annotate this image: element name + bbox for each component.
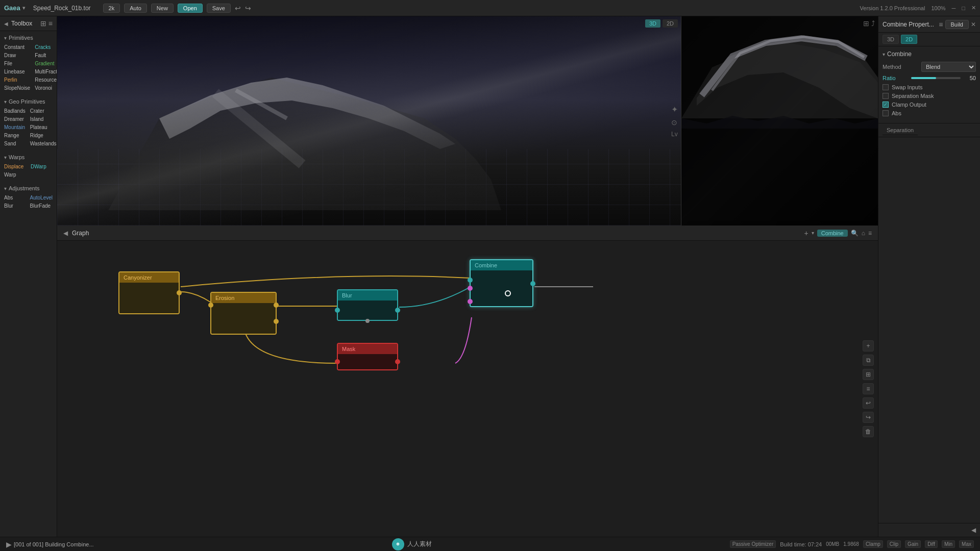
app-dropdown-icon[interactable]: ▾ [22,5,25,11]
node-blur[interactable]: Blur [337,289,398,321]
level-icon[interactable]: Lv [671,131,678,138]
compass-icon[interactable]: ✦ [671,105,678,114]
node-mask[interactable]: Mask [337,343,398,370]
section-primitives-header[interactable]: ▾ Primitives [0,33,57,42]
minimize-icon[interactable]: ─ [952,5,956,11]
new-button[interactable]: New [151,4,174,13]
item-range[interactable]: Range [2,132,28,139]
max-btn[interactable]: Max [959,540,974,548]
toolbox-collapse-icon[interactable]: ◀ [4,21,8,27]
build-button[interactable]: Build [945,20,969,29]
node-combine-port-in-top[interactable] [468,278,473,283]
item-crater[interactable]: Crater [28,107,57,115]
item-mountain[interactable]: Mountain [2,123,28,131]
item-blurfade[interactable]: BlurFade [28,202,55,210]
node-blur-port-in[interactable] [335,308,340,313]
node-erosion-port-out-bottom[interactable] [274,319,279,324]
graph-menu-icon[interactable]: ≡ [868,230,872,237]
graph-back-icon[interactable]: ◀ [63,230,68,237]
node-canyonizer[interactable]: Canyonizer [118,271,180,314]
panel-collapse-icon[interactable]: ◀ [971,527,976,534]
mode-badge[interactable]: Auto [124,4,147,13]
gain-btn[interactable]: Gain [905,540,921,548]
item-slopenoise[interactable]: SlopeNoise [2,84,32,92]
close-icon[interactable]: ✕ [971,5,976,11]
node-erosion[interactable]: Erosion [210,292,277,335]
add-node-dropdown[interactable]: ▾ [812,230,814,236]
item-perlin[interactable]: Perlin [2,76,32,84]
item-voronoi[interactable]: Voronoi [33,84,57,92]
viewport-export-icon[interactable]: ⤴ [871,19,875,28]
node-canyonizer-port-out[interactable] [177,290,182,295]
item-ridge[interactable]: Ridge [28,132,57,139]
undo-graph-icon[interactable]: ↩ [863,397,874,409]
method-select[interactable]: Blend Add Subtract [921,62,976,72]
open-button[interactable]: Open [178,4,203,13]
separation-mask-checkbox[interactable] [883,93,889,99]
item-dreamer[interactable]: Dreamer [2,115,28,123]
item-multifractal[interactable]: MultiFractal [33,68,57,76]
item-wastelands[interactable]: Wastelands [28,140,57,147]
swap-inputs-checkbox[interactable] [883,84,889,90]
node-mask-port-in[interactable] [335,359,340,364]
zoom-graph-icon[interactable]: 🔍 [851,230,859,237]
viewport-2d-badge-left[interactable]: 2D [663,19,678,28]
item-plateau[interactable]: Plateau [28,123,57,131]
panel-close-icon[interactable]: ✕ [971,21,976,28]
item-abs[interactable]: Abs [2,194,28,202]
node-blur-port-bottom[interactable] [365,319,370,323]
reset-view-icon[interactable]: ⊙ [671,118,678,127]
item-warp[interactable]: Warp [2,171,28,179]
save-button[interactable]: Save [207,4,231,13]
panel-menu-icon[interactable]: ≡ [939,20,943,29]
section-geo-header[interactable]: ▾ Geo Primitives [0,97,57,106]
clip-btn[interactable]: Clip [887,540,901,548]
node-blur-port-out[interactable] [395,308,400,313]
toolbox-grid-icon[interactable]: ⊞ [40,19,46,28]
passive-optimizer-label[interactable]: Passive Optimizer [730,540,776,548]
item-cracks[interactable]: Cracks [33,43,57,51]
redo-graph-icon[interactable]: ↪ [863,412,874,423]
node-combine-port-in-mid[interactable] [468,286,473,291]
section-warps-header[interactable]: ▾ Warps [0,153,57,162]
viewport-3d[interactable]: 3D 2D ✦ ⊙ Lv [57,16,681,226]
node-erosion-port-out-top[interactable] [274,303,279,308]
viewport-grid-icon[interactable]: ⊞ [863,19,869,28]
item-dwarp[interactable]: DWarp [29,163,55,170]
node-combine-port-out[interactable] [530,281,535,286]
item-sand[interactable]: Sand [2,140,28,147]
clamp-btn[interactable]: Clamp [863,540,883,548]
item-fault[interactable]: Fault [33,52,57,59]
undo-icon[interactable]: ↩ [235,4,241,12]
resolution-badge[interactable]: 2k [103,4,120,13]
grid-icon[interactable]: ⊞ [863,369,874,380]
add-node-icon[interactable]: + [804,229,808,237]
diff-btn[interactable]: Diff [925,540,938,548]
node-combine[interactable]: Combine [470,259,533,307]
maximize-icon[interactable]: □ [962,5,965,11]
ratio-slider[interactable] [911,77,961,79]
node-mask-port-out[interactable] [395,359,400,364]
viewport-3d-badge[interactable]: 3D [645,19,660,28]
redo-icon[interactable]: ↪ [245,4,251,12]
item-autolevel[interactable]: AutoLevel [28,194,55,202]
item-constant[interactable]: Constant [2,43,32,51]
node-combine-port-in-bottom[interactable] [468,299,473,304]
view-2d-button[interactable]: 2D [901,35,917,44]
align-icon[interactable]: ≡ [863,383,874,394]
combine-section-arrow[interactable]: ▾ [883,52,885,57]
delete-icon[interactable]: 🗑 [863,426,874,437]
section-adjustments-header[interactable]: ▾ Adjustments [0,184,57,193]
item-draw[interactable]: Draw [2,52,32,59]
item-island[interactable]: Island [28,115,57,123]
play-icon[interactable]: ▶ [6,540,12,548]
min-btn[interactable]: Min [942,540,955,548]
zoom-in-icon[interactable]: + [863,340,874,352]
node-erosion-port-in[interactable] [208,303,213,308]
item-file[interactable]: File [2,60,32,67]
toolbox-list-icon[interactable]: ≡ [48,19,53,28]
graph-canvas[interactable]: Canyonizer Erosion Blur [57,241,878,537]
view-3d-button[interactable]: 3D [883,35,899,44]
item-blur[interactable]: Blur [2,202,28,210]
item-badlands[interactable]: Badlands [2,107,28,115]
